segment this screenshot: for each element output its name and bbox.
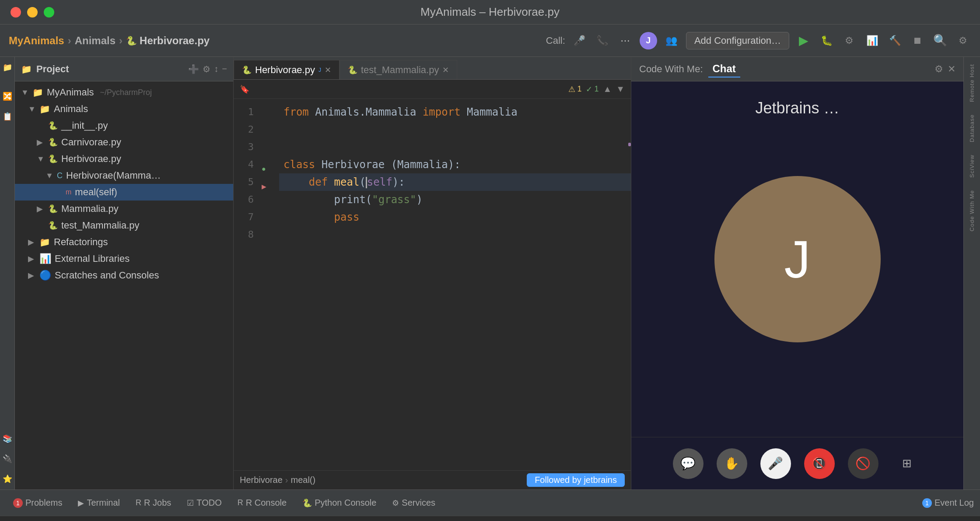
- tab-problems-label: Problems: [25, 498, 62, 508]
- sidebar-vcs-icon[interactable]: 🔀: [1, 90, 14, 102]
- add-configuration-button[interactable]: Add Configuration…: [686, 32, 789, 49]
- minimize-button[interactable]: [27, 7, 38, 18]
- toolbar-file-name[interactable]: Herbivorae.py: [140, 35, 210, 47]
- tree-settings-icon[interactable]: ⚙: [203, 64, 210, 74]
- rsb-sciview[interactable]: SciView: [968, 152, 976, 180]
- tab-services[interactable]: ⚙ Services: [385, 495, 442, 510]
- root-path: ~/PycharmProj: [100, 88, 152, 97]
- cwm-mic-ctrl-button[interactable]: 🎤: [760, 448, 791, 479]
- tree-item-carnivorae[interactable]: ▶ 🐍 Carnivorae.py: [15, 134, 233, 151]
- cwm-chat-button[interactable]: Chat: [708, 61, 740, 77]
- rsb-database[interactable]: Database: [968, 112, 976, 145]
- new-file-icon[interactable]: ➕: [188, 64, 199, 74]
- project-panel-title: Project: [36, 63, 184, 75]
- ok-badge[interactable]: ✓ 1: [586, 84, 598, 94]
- sidebar-favorites-icon[interactable]: ⭐: [1, 473, 14, 485]
- tab-herbivorae-close[interactable]: ✕: [325, 65, 331, 75]
- sidebar-structure-icon[interactable]: 📋: [1, 110, 14, 123]
- code-content[interactable]: from Animals.Mammalia import Mammalia cl…: [279, 99, 631, 470]
- tree-item-meal[interactable]: ▶ m meal(self): [15, 184, 233, 201]
- tree-item-mammalia[interactable]: ▶ 🐍 Mammalia.py: [15, 201, 233, 217]
- tab-herbivorae[interactable]: 🐍 Herbivorae.py J ✕: [234, 60, 340, 79]
- more-options-icon[interactable]: ⋯: [617, 32, 634, 49]
- sidebar-learn-icon[interactable]: 📚: [1, 433, 14, 445]
- event-log-badge: 1: [922, 498, 932, 508]
- cwm-hand-ctrl-button[interactable]: ✋: [717, 448, 747, 479]
- close-button[interactable]: [10, 7, 21, 18]
- build-button[interactable]: 🔨: [886, 32, 903, 49]
- rsb-codewithme[interactable]: Code With Me: [968, 187, 976, 234]
- tree-arrow-herbivorae: ▼: [37, 155, 45, 164]
- stop-button[interactable]: ⏹: [909, 32, 926, 49]
- warning-badge[interactable]: ⚠ 1: [568, 84, 581, 94]
- file-icon: 🐍: [126, 35, 137, 46]
- search-everywhere-button[interactable]: 🔍: [932, 32, 948, 49]
- collapse-icon[interactable]: −: [222, 64, 227, 74]
- tree-arrow-root: ▼: [21, 88, 29, 97]
- phone-icon[interactable]: 📞: [594, 32, 611, 49]
- animals-folder[interactable]: Animals: [75, 35, 116, 47]
- sidebar-project-icon[interactable]: 📁: [1, 61, 14, 74]
- cwm-grid-ctrl-button[interactable]: ⊞: [892, 448, 922, 479]
- rsb-remote-host[interactable]: Remote Host: [968, 61, 976, 105]
- refactorings-label: Refactorings: [54, 236, 108, 248]
- coverage-button[interactable]: ⚙: [841, 32, 858, 49]
- debug-button[interactable]: 🐛: [818, 32, 835, 49]
- event-log-button[interactable]: 1 Event Log: [922, 498, 974, 508]
- animals-folder-icon: 📁: [39, 104, 50, 114]
- tab-services-label: Services: [402, 498, 435, 508]
- tree-root[interactable]: ▼ 📁 MyAnimals ~/PycharmProj: [15, 84, 233, 101]
- tab-problems[interactable]: 1 Problems: [6, 495, 69, 510]
- tree-arrow-carnivorae: ▶: [37, 137, 45, 147]
- breadcrumb-class: Herbivorae: [240, 475, 283, 485]
- init-label: __init__.py: [61, 120, 108, 131]
- cwm-hangup-ctrl-button[interactable]: 📵: [804, 448, 835, 479]
- tree-item-herbivorae[interactable]: ▼ 🐍 Herbivorae.py: [15, 151, 233, 167]
- tree-item-animals[interactable]: ▼ 📁 Animals: [15, 101, 233, 117]
- settings-button[interactable]: ⚙: [955, 32, 971, 49]
- sort-icon[interactable]: ↕: [214, 64, 218, 74]
- toolbar-right: Call: 🎤 📞 ⋯ J 👥 Add Configuration… ▶ 🐛 ⚙…: [546, 32, 971, 49]
- tab-python-console[interactable]: 🐍 Python Console: [295, 495, 383, 510]
- tab-test-mammalia[interactable]: 🐍 test_Mammalia.py ✕: [340, 60, 458, 79]
- cwm-close-icon[interactable]: ✕: [948, 63, 956, 75]
- cwm-settings-icon[interactable]: ⚙: [934, 63, 943, 75]
- tree-item-external-libraries[interactable]: ▶ 📊 External Libraries: [15, 250, 233, 267]
- bookmark-icon[interactable]: 🔖: [240, 84, 249, 94]
- method-icon: m: [66, 188, 71, 196]
- fullscreen-button[interactable]: [44, 7, 54, 18]
- users-icon[interactable]: 👥: [663, 32, 680, 49]
- run-button[interactable]: ▶: [795, 32, 812, 49]
- codewithme-panel: Code With Me: Chat ⚙ ✕ Jetbrains … J 💬 ✋…: [631, 57, 963, 489]
- warning-icon: ⚠: [568, 84, 575, 94]
- tree-item-scratches[interactable]: ▶ 🔵 Scratches and Consoles: [15, 267, 233, 284]
- tab-r-jobs[interactable]: R R Jobs: [129, 495, 178, 510]
- tab-herbivorae-icon: 🐍: [242, 65, 252, 75]
- refactorings-folder-icon: 📁: [39, 237, 50, 247]
- followed-badge: Followed by jetbrains: [527, 473, 625, 487]
- window-title: MyAnimals – Herbivorae.py: [420, 5, 560, 19]
- tab-python-console-label: Python Console: [315, 498, 376, 508]
- profile-button[interactable]: 📊: [864, 32, 880, 49]
- tree-item-herbivorae-class[interactable]: ▼ C Herbivorae(Mamma…: [15, 167, 233, 184]
- tree-item-test-mammalia[interactable]: ▶ 🐍 test_Mammalia.py: [15, 217, 233, 234]
- nav-down-icon[interactable]: ▼: [616, 84, 625, 94]
- tree-item-refactorings[interactable]: ▶ 📁 Refactorings: [15, 234, 233, 250]
- editor-breadcrumb: Herbivorae › meal() Followed by jetbrain…: [234, 470, 631, 489]
- user-avatar[interactable]: J: [640, 32, 657, 49]
- mic-icon[interactable]: 🎤: [571, 32, 588, 49]
- tab-terminal[interactable]: ▶ Terminal: [71, 495, 127, 510]
- cwm-avatar: J: [714, 176, 881, 342]
- project-name[interactable]: MyAnimals: [9, 35, 64, 47]
- tab-r-console[interactable]: R R Console: [231, 495, 294, 510]
- cwm-chat-ctrl-button[interactable]: 💬: [673, 448, 704, 479]
- tab-test-close[interactable]: ✕: [442, 65, 449, 75]
- sidebar-plugins-icon[interactable]: 🔌: [1, 453, 14, 465]
- cwm-video-ctrl-button[interactable]: 🚫: [848, 448, 878, 479]
- nav-up-icon[interactable]: ▲: [603, 84, 612, 94]
- code-editor[interactable]: 1 2 3 4 5 6 7 8 ● ▶: [234, 99, 631, 470]
- tree-arrow-class: ▼: [46, 171, 53, 180]
- project-panel: 📁 Project ➕ ⚙ ↕ − ▼ 📁 MyAnimals ~/Pychar…: [15, 57, 234, 489]
- tab-todo[interactable]: ☑ TODO: [180, 495, 228, 510]
- tree-item-init[interactable]: ▶ 🐍 __init__.py: [15, 117, 233, 134]
